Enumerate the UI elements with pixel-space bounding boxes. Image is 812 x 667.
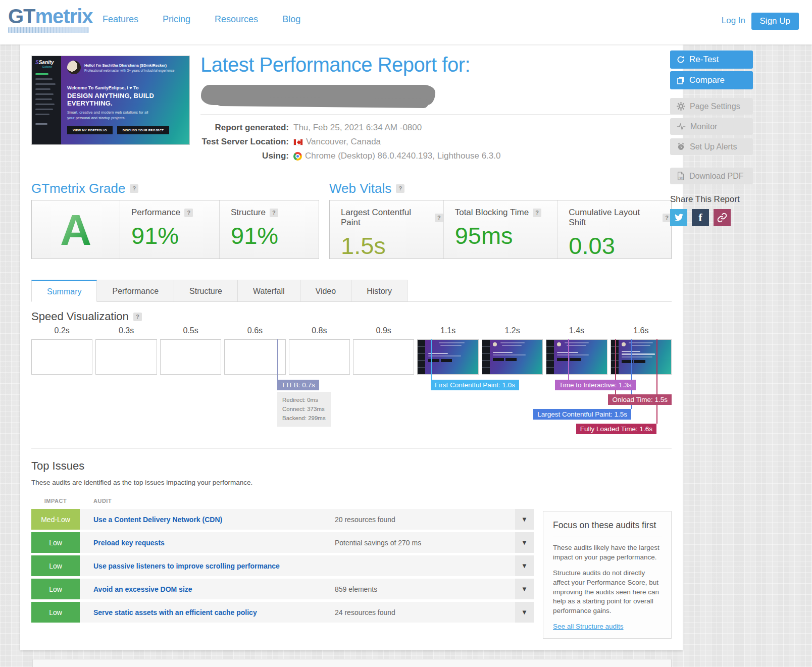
tti-label: Time to Interactive: 1.3s (555, 380, 636, 390)
signup-button[interactable]: Sign Up (751, 13, 799, 30)
preview-greeting-sub: Professional webmaster with 3+ years of … (84, 69, 174, 72)
chevron-down-icon[interactable]: ▼ (515, 509, 534, 530)
link-icon (717, 213, 727, 223)
using-label: Using: (200, 151, 289, 161)
audit-detail: 20 resources found (335, 516, 395, 524)
report-meta: Report generated: Thu, Feb 25, 2021 6:34… (200, 121, 500, 163)
impact-badge: Low (31, 602, 80, 623)
tab-video[interactable]: Video (300, 280, 352, 301)
audit-link[interactable]: Preload key requests (80, 539, 335, 547)
help-icon[interactable]: ? (396, 184, 404, 193)
issue-row[interactable]: Med-Low Use a Content Delivery Network (… (31, 509, 534, 530)
focus-audits-box: Focus on these audits first These audits… (543, 511, 672, 639)
help-icon[interactable]: ? (533, 209, 541, 217)
copy-pages-icon (677, 76, 685, 84)
nav-features[interactable]: Features (103, 14, 138, 25)
action-sidebar: Re-Test Compare Page Settings (670, 50, 753, 226)
tab-structure[interactable]: Structure (174, 280, 238, 301)
next-section-edge (32, 659, 672, 667)
filmstrip-frames (31, 339, 672, 375)
page-title: Latest Performance Report for: (200, 54, 470, 76)
issue-row[interactable]: Low Preload key requests Potential savin… (31, 532, 534, 553)
performance-score: 91% (131, 222, 219, 249)
nav-resources[interactable]: Resources (215, 14, 258, 25)
share-facebook-button[interactable]: f (692, 209, 709, 226)
audit-link[interactable]: Use a Content Delivery Network (CDN) (80, 516, 335, 524)
help-icon[interactable]: ? (270, 209, 278, 217)
svg-text:PDF: PDF (679, 177, 683, 179)
help-icon[interactable]: ? (435, 214, 443, 222)
focus-box-paragraph: Structure audits do not directly affect … (553, 569, 662, 616)
nav-pricing[interactable]: Pricing (163, 14, 190, 25)
tab-performance[interactable]: Performance (97, 280, 174, 301)
preview-greeting: Hello! I'm Sachitha Dharshana (SDmkiReck… (84, 63, 174, 68)
tab-summary[interactable]: Summary (31, 280, 97, 302)
issue-row[interactable]: Low Avoid an excessive DOM size 859 elem… (31, 579, 534, 599)
lcp-cell: Largest Contentful Paint? 1.5s (330, 200, 444, 259)
tab-waterfall[interactable]: Waterfall (238, 280, 300, 301)
issue-row[interactable]: Low Use passive listeners to improve scr… (31, 555, 534, 576)
preview-headline: DESIGN ANYTHING, BUILD EVERYTHING. (67, 92, 183, 107)
report-generated-value: Thu, Feb 25, 2021 6:34 AM -0800 (293, 123, 422, 133)
chevron-down-icon[interactable]: ▼ (515, 555, 534, 576)
download-pdf-button[interactable]: PDF Download PDF (670, 168, 753, 184)
preview-welcome: Welcome To SanityEclipse, I ♥ To (67, 85, 183, 90)
compare-button[interactable]: Compare (670, 71, 753, 89)
preview-site-logo: SSanity (35, 60, 58, 65)
pulse-icon (677, 123, 686, 131)
report-tabs: Summary Performance Structure Waterfall … (31, 280, 672, 302)
preview-site-logo-sub: Eclipse (42, 65, 58, 68)
nav-blog[interactable]: Blog (282, 14, 300, 25)
audit-link[interactable]: Use passive listeners to improve scrolli… (80, 562, 335, 570)
main-nav: Features Pricing Resources Blog (103, 14, 300, 25)
speed-viz-heading: Speed Visualization? (31, 310, 142, 323)
using-value: Chrome (Desktop) 86.0.4240.193, Lighthou… (293, 151, 500, 161)
frame-screenshot (417, 339, 478, 375)
report-generated-label: Report generated: (200, 123, 289, 133)
fcp-marker-line (431, 339, 432, 380)
alarm-clock-icon (677, 142, 685, 151)
top-issues-subtitle: These audits are identified as the top i… (31, 479, 252, 486)
audit-detail: Potential savings of 270 ms (335, 539, 421, 547)
audit-link[interactable]: Serve static assets with an efficient ca… (80, 608, 335, 617)
facebook-icon: f (699, 212, 702, 224)
set-up-alerts-button[interactable]: Set Up Alerts (670, 138, 753, 155)
login-link[interactable]: Log In (722, 16, 745, 26)
server-location-value: Vancouver, Canada (293, 137, 381, 147)
help-icon[interactable]: ? (133, 313, 142, 321)
frame-blank (95, 339, 157, 375)
refresh-icon (677, 56, 685, 64)
lcp-label: Largest Contentful Paint: 1.5s (533, 409, 631, 420)
retest-button[interactable]: Re-Test (670, 50, 753, 69)
chevron-down-icon[interactable]: ▼ (515, 602, 534, 623)
issue-row[interactable]: Low Serve static assets with an efficien… (31, 602, 534, 623)
monitor-button[interactable]: Monitor (670, 118, 753, 135)
gtmetrix-logo[interactable]: GTmetrix (8, 6, 93, 33)
gear-icon (677, 102, 685, 111)
page-settings-button[interactable]: Page Settings (670, 98, 753, 115)
ttfb-marker-line (277, 339, 278, 380)
see-all-structure-audits-link[interactable]: See all Structure audits (553, 623, 624, 630)
grade-letter-cell: A (32, 200, 120, 259)
chevron-down-icon[interactable]: ▼ (515, 579, 534, 599)
structure-score: 91% (231, 222, 319, 249)
ruler-icon (8, 27, 89, 33)
ttfb-label: TTFB: 0.7s (277, 380, 319, 390)
help-icon[interactable]: ? (130, 184, 138, 193)
site-preview-thumbnail[interactable]: SSanity Eclipse Hello! I'm Sachitha Dhar… (31, 56, 190, 145)
preview-sidebar: SSanity Eclipse (32, 56, 61, 144)
audit-link[interactable]: Avoid an excessive DOM size (80, 585, 335, 593)
ttfb-tooltip: Redirect: 0ms Connect: 373ms Backend: 29… (277, 392, 331, 427)
preview-portfolio-button: VIEW MY PORTFOLIO (67, 126, 113, 134)
frame-blank (289, 339, 350, 375)
frame-screenshot (611, 339, 672, 375)
focus-box-paragraph: These audits likely have the largest imp… (553, 543, 662, 562)
preview-hero: Hello! I'm Sachitha Dharshana (SDmkiReck… (61, 56, 189, 144)
onload-label: Onload Time: 1.5s (608, 394, 672, 405)
share-twitter-button[interactable] (670, 209, 687, 226)
help-icon[interactable]: ? (184, 209, 193, 217)
share-link-button[interactable] (714, 209, 731, 226)
tab-history[interactable]: History (351, 280, 408, 301)
frame-blank (224, 339, 285, 375)
chevron-down-icon[interactable]: ▼ (515, 532, 534, 553)
